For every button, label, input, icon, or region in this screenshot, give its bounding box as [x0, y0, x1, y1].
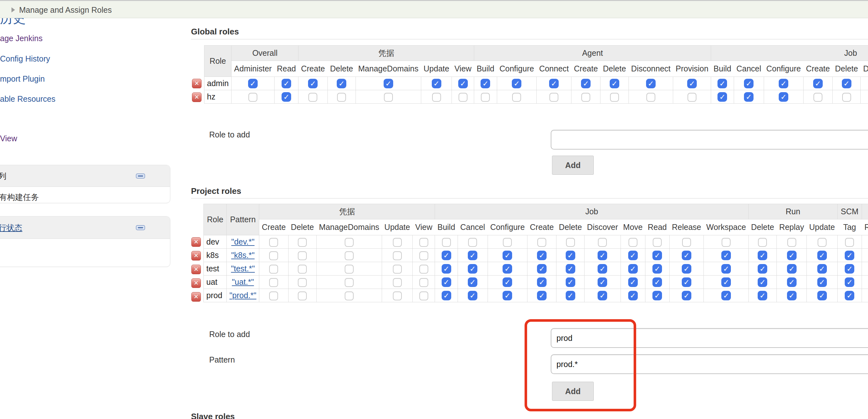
permission-checkbox[interactable] [384, 93, 393, 102]
permission-checkbox[interactable] [845, 238, 854, 247]
permission-checkbox[interactable] [842, 93, 851, 102]
permission-checkbox[interactable] [717, 79, 727, 88]
permission-checkbox[interactable] [442, 264, 451, 273]
project-pattern-input[interactable] [551, 354, 868, 374]
permission-checkbox[interactable] [817, 291, 827, 300]
permission-checkbox[interactable] [687, 93, 696, 102]
permission-checkbox[interactable] [581, 93, 590, 102]
permission-checkbox[interactable] [845, 291, 854, 300]
permission-checkbox[interactable] [298, 238, 307, 247]
permission-checkbox[interactable] [502, 251, 512, 260]
permission-checkbox[interactable] [298, 265, 307, 273]
permission-checkbox[interactable] [442, 291, 451, 300]
permission-checkbox[interactable] [393, 251, 402, 260]
permission-checkbox[interactable] [468, 278, 477, 287]
project-role-to-add-input[interactable] [551, 328, 868, 348]
pattern-link[interactable]: "prod.*" [229, 291, 256, 300]
permission-checkbox[interactable] [432, 79, 441, 88]
permission-checkbox[interactable] [566, 264, 575, 273]
permission-checkbox[interactable] [845, 251, 854, 260]
permission-checkbox[interactable] [682, 291, 691, 300]
permission-checkbox[interactable] [758, 251, 767, 260]
permission-checkbox[interactable] [502, 291, 512, 300]
permission-checkbox[interactable] [298, 291, 307, 300]
permission-checkbox[interactable] [566, 238, 575, 247]
sidebar-item-manage-jenkins[interactable]: age Jenkins [0, 34, 42, 43]
permission-checkbox[interactable] [628, 251, 638, 260]
sidebar-item-lockable-resources[interactable]: able Resources [0, 94, 56, 104]
permission-checkbox[interactable] [597, 264, 607, 273]
permission-checkbox[interactable] [653, 238, 662, 247]
sidebar-item-view[interactable]: View [0, 134, 17, 143]
permission-checkbox[interactable] [566, 291, 575, 300]
collapse-icon[interactable] [136, 173, 145, 179]
permission-checkbox[interactable] [503, 238, 512, 247]
permission-checkbox[interactable] [813, 79, 823, 88]
permission-checkbox[interactable] [646, 93, 655, 102]
permission-checkbox[interactable] [459, 93, 467, 102]
permission-checkbox[interactable] [566, 251, 575, 260]
permission-checkbox[interactable] [393, 278, 402, 287]
permission-checkbox[interactable] [481, 93, 490, 102]
permission-checkbox[interactable] [442, 278, 451, 287]
permission-checkbox[interactable] [597, 291, 607, 300]
permission-checkbox[interactable] [817, 264, 827, 273]
permission-checkbox[interactable] [502, 264, 512, 273]
permission-checkbox[interactable] [652, 291, 662, 300]
permission-checkbox[interactable] [337, 79, 346, 88]
permission-checkbox[interactable] [550, 93, 558, 102]
permission-checkbox[interactable] [512, 79, 521, 88]
permission-checkbox[interactable] [468, 238, 477, 247]
permission-checkbox[interactable] [687, 79, 697, 88]
permission-checkbox[interactable] [419, 278, 428, 287]
permission-checkbox[interactable] [269, 278, 278, 287]
permission-checkbox[interactable] [845, 264, 854, 273]
delete-role-icon[interactable] [192, 79, 202, 88]
permission-checkbox[interactable] [717, 92, 727, 102]
delete-role-icon[interactable] [191, 251, 201, 260]
permission-checkbox[interactable] [744, 79, 753, 88]
delete-role-icon[interactable] [191, 237, 201, 247]
permission-checkbox[interactable] [269, 265, 278, 273]
permission-checkbox[interactable] [646, 79, 656, 88]
pattern-link[interactable]: "dev.*" [231, 237, 254, 246]
permission-checkbox[interactable] [758, 238, 767, 247]
global-role-to-add-input[interactable] [551, 130, 868, 150]
global-add-role-button[interactable]: Add [552, 156, 594, 175]
permission-checkbox[interactable] [779, 92, 788, 102]
permission-checkbox[interactable] [248, 79, 258, 88]
permission-checkbox[interactable] [652, 278, 662, 287]
permission-checkbox[interactable] [308, 93, 317, 102]
permission-checkbox[interactable] [480, 79, 490, 88]
permission-checkbox[interactable] [468, 251, 477, 260]
permission-checkbox[interactable] [345, 238, 354, 247]
permission-checkbox[interactable] [269, 291, 278, 300]
delete-role-icon[interactable] [191, 292, 201, 302]
pattern-link[interactable]: "test.*" [231, 264, 255, 273]
permission-checkbox[interactable] [566, 278, 575, 287]
permission-checkbox[interactable] [308, 79, 318, 88]
permission-checkbox[interactable] [682, 264, 691, 273]
permission-checkbox[interactable] [597, 251, 607, 260]
permission-checkbox[interactable] [628, 278, 638, 287]
permission-checkbox[interactable] [779, 79, 788, 88]
permission-checkbox[interactable] [468, 264, 477, 273]
delete-role-icon[interactable] [192, 93, 202, 102]
permission-checkbox[interactable] [721, 291, 731, 300]
permission-checkbox[interactable] [628, 264, 638, 273]
permission-checkbox[interactable] [758, 264, 767, 273]
permission-checkbox[interactable] [682, 278, 691, 287]
permission-checkbox[interactable] [787, 251, 797, 260]
permission-checkbox[interactable] [442, 238, 451, 247]
permission-checkbox[interactable] [298, 251, 307, 260]
permission-checkbox[interactable] [337, 93, 346, 102]
permission-checkbox[interactable] [817, 238, 827, 247]
permission-checkbox[interactable] [537, 238, 546, 247]
permission-checkbox[interactable] [269, 238, 278, 247]
permission-checkbox[interactable] [468, 291, 477, 300]
permission-checkbox[interactable] [813, 93, 823, 102]
permission-checkbox[interactable] [345, 251, 354, 260]
permission-checkbox[interactable] [758, 278, 767, 287]
permission-checkbox[interactable] [652, 251, 662, 260]
pattern-link[interactable]: "uat.*" [232, 278, 254, 286]
